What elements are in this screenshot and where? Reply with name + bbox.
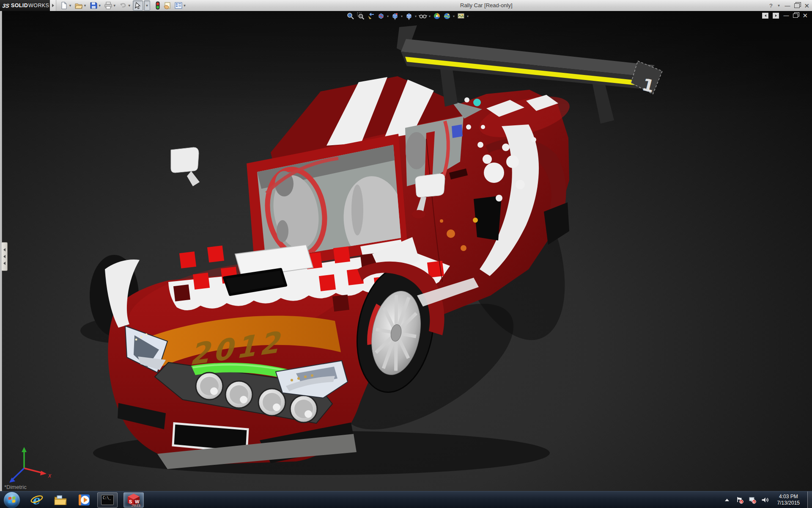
- main-toolbar: ▼ ▼ ▼ ▼: [58, 0, 187, 11]
- feature-manager-collapsed-tab[interactable]: [2, 242, 8, 271]
- print-button[interactable]: ▼: [103, 1, 117, 10]
- taskbar-item-solidworks-2015[interactable]: S W 2015: [123, 492, 144, 508]
- doc-restore-button[interactable]: [793, 14, 798, 18]
- select-tool-button[interactable]: [133, 0, 143, 11]
- open-folder-icon: [74, 1, 83, 10]
- open-button[interactable]: ▼: [74, 1, 88, 10]
- menu-expand-arrow[interactable]: [50, 0, 56, 11]
- left-mirror[interactable]: [171, 147, 200, 186]
- network-error-icon[interactable]: x: [749, 496, 756, 504]
- select-tool-dropdown[interactable]: ▼: [144, 0, 150, 11]
- apply-scene-icon[interactable]: [442, 12, 451, 20]
- media-player-icon: [77, 493, 91, 507]
- system-tray: x x 4:03 PM: [723, 491, 812, 508]
- triad-x-label: x: [48, 472, 52, 479]
- taskbar-item-internet-explorer[interactable]: e: [30, 493, 44, 507]
- restore-button[interactable]: [794, 3, 800, 8]
- options-icon: [174, 1, 183, 10]
- heads-up-view-toolbar: ▾ ▾ ▾ ▾ ▾ ▾: [346, 12, 469, 20]
- hidden-icons-button[interactable]: [723, 496, 731, 504]
- taskbar-item-command-prompt[interactable]: C:\_: [97, 492, 118, 508]
- edit-appearance-icon[interactable]: [432, 12, 441, 20]
- view-orientation-icon[interactable]: [390, 12, 399, 20]
- clock-time: 4:03 PM: [777, 494, 800, 500]
- select-cursor-icon: [134, 2, 142, 9]
- collapse-left-pane-icon[interactable]: [762, 13, 768, 19]
- rebuild-traffic-light-icon: [155, 1, 161, 10]
- document-window-controls: — ✕: [762, 12, 808, 19]
- dassault-3s-mark: 3S: [2, 3, 10, 9]
- display-style-icon[interactable]: [404, 12, 413, 20]
- hide-show-items-icon[interactable]: [418, 12, 427, 20]
- zoom-to-fit-icon[interactable]: [346, 12, 355, 20]
- folder-icon: [54, 493, 67, 507]
- action-center-flag-icon[interactable]: x: [736, 496, 743, 504]
- rally-car-model[interactable]: 2012: [0, 11, 812, 491]
- section-view-icon[interactable]: [376, 12, 385, 20]
- window-controls: ? ▼ — ✕: [769, 0, 809, 11]
- volume-icon[interactable]: [761, 496, 769, 504]
- brand-solid: SOLID: [11, 3, 28, 8]
- start-button[interactable]: [3, 491, 20, 508]
- close-button[interactable]: ✕: [804, 3, 809, 9]
- doc-close-button[interactable]: ✕: [802, 12, 808, 19]
- options-button[interactable]: ▼: [173, 1, 187, 10]
- collapse-right-pane-icon[interactable]: [773, 13, 779, 19]
- previous-view-icon[interactable]: [366, 12, 375, 20]
- command-prompt-icon: C:\_: [101, 495, 114, 505]
- help-dropdown[interactable]: ▼: [777, 4, 781, 8]
- undo-icon: [119, 1, 127, 10]
- clock-date: 7/13/2015: [777, 500, 800, 506]
- view-settings-icon[interactable]: [456, 12, 465, 20]
- solidworks-logo: 3S SOLID WORKS: [0, 0, 50, 11]
- doc-minimize-button[interactable]: —: [783, 13, 789, 18]
- new-document-button[interactable]: ▼: [59, 1, 73, 10]
- svg-text:2015: 2015: [131, 503, 141, 507]
- new-document-icon: [60, 1, 68, 10]
- taskbar: e C:\_: [0, 491, 812, 508]
- undo-button[interactable]: ▼: [118, 1, 132, 10]
- zoom-to-area-icon[interactable]: [356, 12, 365, 20]
- svg-text:e: e: [32, 493, 41, 507]
- solidworks-2015-icon: S W 2015: [126, 493, 141, 507]
- view-orientation-label: *Dimetric: [4, 484, 27, 490]
- taskbar-item-media-player[interactable]: [77, 493, 91, 507]
- show-desktop-button[interactable]: [807, 491, 812, 508]
- document-title: Rally Car [Read-only]: [460, 2, 513, 8]
- taskbar-clock[interactable]: 4:03 PM 7/13/2015: [777, 494, 800, 506]
- orientation-triad: x: [9, 447, 52, 483]
- taskbar-item-windows-explorer[interactable]: [53, 493, 68, 507]
- graphics-area[interactable]: 2012: [0, 11, 812, 491]
- brand-works: WORKS: [28, 3, 49, 8]
- rebuild-button[interactable]: [154, 1, 162, 10]
- internet-explorer-icon: e: [30, 493, 44, 507]
- help-button[interactable]: ?: [769, 3, 772, 8]
- save-button[interactable]: ▼: [88, 1, 102, 10]
- solidworks-window: 3S SOLID WORKS ▼ ▼: [0, 0, 812, 508]
- save-floppy-icon: [89, 1, 98, 10]
- windows-flag-icon: [7, 495, 16, 505]
- printer-icon: [104, 1, 112, 10]
- file-properties-icon: [163, 1, 172, 10]
- minimize-button[interactable]: —: [785, 3, 790, 8]
- file-properties-button[interactable]: [162, 1, 173, 10]
- titlebar: 3S SOLID WORKS ▼ ▼: [0, 0, 812, 11]
